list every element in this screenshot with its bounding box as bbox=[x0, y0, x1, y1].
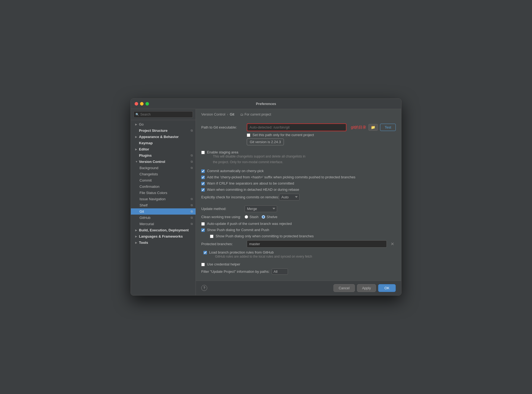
update-method-label: Update method: bbox=[201, 207, 245, 211]
breadcrumb-separator: › bbox=[227, 112, 228, 116]
shelve-label: Shelve bbox=[267, 215, 277, 219]
expand-arrow-icon: ▶ bbox=[135, 148, 139, 151]
copy-icon: ⧉ bbox=[191, 160, 193, 163]
credential-row: Use credential helper bbox=[201, 262, 396, 266]
sidebar-item-shelf[interactable]: Shelf ⧉ bbox=[131, 202, 196, 208]
ok-button[interactable]: OK bbox=[378, 284, 396, 292]
credential-label[interactable]: Use credential helper bbox=[207, 262, 240, 266]
sidebar-item-build-execution[interactable]: ▶ Build, Execution, Deployment bbox=[131, 227, 196, 233]
traffic-lights bbox=[135, 102, 149, 106]
sidebar-item-languages-frameworks[interactable]: ▶ Languages & Frameworks bbox=[131, 233, 196, 239]
window-title: Preferences bbox=[256, 102, 276, 106]
sidebar-item-file-status-colors[interactable]: File Status Colors bbox=[131, 190, 196, 196]
footer-left: ? bbox=[201, 285, 207, 291]
load-branch-desc: GitHub rules are added to the local rule… bbox=[215, 254, 312, 259]
cherry-suffix-label[interactable]: Add the 'cherry-picked from <hash>' suff… bbox=[207, 175, 355, 179]
show-push-protected-label[interactable]: Show Push dialog only when committing to… bbox=[216, 234, 314, 238]
set-path-checkbox[interactable] bbox=[247, 133, 250, 137]
search-input[interactable] bbox=[134, 111, 193, 118]
sidebar-item-issue-navigation[interactable]: Issue Navigation ⧉ bbox=[131, 196, 196, 202]
show-push-protected-row: Show Push dialog only when committing to… bbox=[210, 234, 396, 238]
sidebar-item-plugins[interactable]: Plugins ⧉ bbox=[131, 152, 196, 159]
sidebar-item-confirmation[interactable]: Confirmation bbox=[131, 183, 196, 190]
apply-button[interactable]: Apply bbox=[357, 284, 376, 292]
copy-icon: ⧉ bbox=[191, 222, 193, 226]
auto-update-label[interactable]: Auto-update if push of the current branc… bbox=[207, 222, 292, 226]
sidebar-item-go[interactable]: ▶ Go bbox=[131, 121, 196, 127]
set-path-label[interactable]: Set this path only for the current proje… bbox=[252, 133, 314, 137]
sidebar-item-project-structure[interactable]: Project Structure ⧉ bbox=[131, 127, 196, 134]
content-area: 🔍 ▶ Go Project Structure ⧉ ▶ bbox=[131, 109, 401, 295]
credential-checkbox[interactable] bbox=[201, 263, 205, 266]
shelve-radio-label[interactable]: Shelve bbox=[262, 215, 277, 219]
cherry-suffix-checkbox[interactable] bbox=[201, 176, 205, 179]
sidebar-item-git[interactable]: Git ⧉ bbox=[131, 208, 196, 215]
warn-crlf-label[interactable]: Warn if CRLF line separators are about t… bbox=[207, 181, 294, 185]
update-method-select[interactable]: Merge Rebase Branch Default bbox=[245, 205, 277, 212]
project-label: 🗂 For current project bbox=[240, 113, 271, 116]
show-push-protected-checkbox[interactable] bbox=[210, 235, 213, 238]
project-icon: 🗂 bbox=[240, 113, 244, 116]
show-push-label[interactable]: Show Push dialog for Commit and Push bbox=[207, 228, 269, 232]
search-icon: 🔍 bbox=[135, 113, 139, 116]
minimize-button[interactable] bbox=[140, 102, 144, 106]
warn-detached-label[interactable]: Warn when committing in detached HEAD or… bbox=[207, 188, 299, 192]
sidebar-item-version-control[interactable]: ▼ Version Control ⧉ bbox=[131, 159, 196, 165]
git-path-input[interactable] bbox=[247, 123, 346, 131]
show-push-checkbox[interactable] bbox=[201, 228, 205, 232]
enable-staging-desc1: This will disable changelists support an… bbox=[213, 154, 306, 159]
protected-branches-input[interactable] bbox=[247, 240, 387, 248]
show-push-row: Show Push dialog for Commit and Push bbox=[201, 228, 396, 232]
load-branch-checkbox[interactable] bbox=[203, 251, 207, 254]
load-branch-label[interactable]: Load branch protection rules from GitHub bbox=[209, 250, 274, 254]
check-incoming-row: Explicitly check for incoming commits on… bbox=[201, 194, 396, 201]
sidebar-item-tools[interactable]: ▶ Tools bbox=[131, 239, 196, 246]
expand-arrow-icon: ▶ bbox=[135, 123, 139, 126]
sidebar-item-commit[interactable]: Commit bbox=[131, 177, 196, 183]
shelve-radio[interactable] bbox=[262, 215, 265, 219]
auto-update-row: Auto-update if push of the current branc… bbox=[201, 222, 396, 226]
warn-detached-checkbox[interactable] bbox=[201, 188, 205, 192]
clear-button[interactable]: ✕ bbox=[389, 241, 396, 247]
expand-arrow-icon: ▼ bbox=[135, 160, 139, 163]
stash-radio[interactable] bbox=[245, 215, 248, 219]
warn-crlf-checkbox[interactable] bbox=[201, 182, 205, 185]
main-header: Version Control › Git 🗂 For current proj… bbox=[196, 109, 401, 116]
breadcrumb-git: Git bbox=[230, 112, 234, 116]
commit-cherry-checkbox[interactable] bbox=[201, 169, 205, 173]
enable-staging-label[interactable]: Enable staging area bbox=[207, 150, 238, 154]
browse-button[interactable]: 📁 bbox=[368, 124, 378, 131]
cherry-suffix-row: Add the 'cherry-picked from <hash>' suff… bbox=[201, 175, 396, 179]
copy-icon: ⧉ bbox=[191, 216, 193, 219]
copy-icon: ⧉ bbox=[191, 197, 193, 201]
sidebar-item-mercurial[interactable]: Mercurial ⧉ bbox=[131, 221, 196, 227]
sidebar-item-github[interactable]: GitHub ⧉ bbox=[131, 215, 196, 221]
stash-radio-label[interactable]: Stash bbox=[245, 215, 258, 219]
expand-arrow-icon: ▶ bbox=[135, 241, 139, 244]
sidebar-item-keymap[interactable]: Keymap bbox=[131, 140, 196, 146]
sidebar-item-background[interactable]: Background ⧉ bbox=[131, 165, 196, 171]
main-body: Path to Git executable: git的目录 📁 Test Se… bbox=[196, 116, 401, 280]
help-button[interactable]: ? bbox=[201, 285, 207, 291]
load-branch-rules-row: Load branch protection rules from GitHub… bbox=[203, 250, 396, 260]
clean-tree-radio-group: Stash Shelve bbox=[245, 215, 277, 219]
check-incoming-label: Explicitly check for incoming commits on… bbox=[201, 195, 279, 199]
auto-update-checkbox[interactable] bbox=[201, 222, 205, 226]
maximize-button[interactable] bbox=[145, 102, 149, 106]
commit-cherry-label[interactable]: Commit automatically on cherry-pick bbox=[207, 169, 264, 173]
expand-arrow-icon: ▶ bbox=[135, 229, 139, 232]
breadcrumb-version-control[interactable]: Version Control bbox=[201, 112, 225, 116]
path-label: Path to Git executable: bbox=[201, 125, 245, 129]
filter-select[interactable]: All None bbox=[272, 268, 288, 275]
check-incoming-select[interactable]: Auto Always Never bbox=[279, 194, 300, 201]
sidebar-item-changelists[interactable]: Changelists bbox=[131, 171, 196, 177]
protected-branches-label: Protected branches: bbox=[201, 242, 245, 246]
cancel-button[interactable]: Cancel bbox=[333, 284, 355, 292]
sidebar-item-appearance-behavior[interactable]: ▶ Appearance & Behavior bbox=[131, 134, 196, 140]
footer: ? Cancel Apply OK bbox=[196, 281, 401, 295]
close-button[interactable] bbox=[135, 102, 138, 106]
enable-staging-checkbox[interactable] bbox=[201, 151, 205, 154]
test-button[interactable]: Test bbox=[380, 124, 396, 131]
clean-tree-row: Clean working tree using: Stash Shelve bbox=[201, 215, 396, 219]
sidebar-item-editor[interactable]: ▶ Editor bbox=[131, 146, 196, 152]
